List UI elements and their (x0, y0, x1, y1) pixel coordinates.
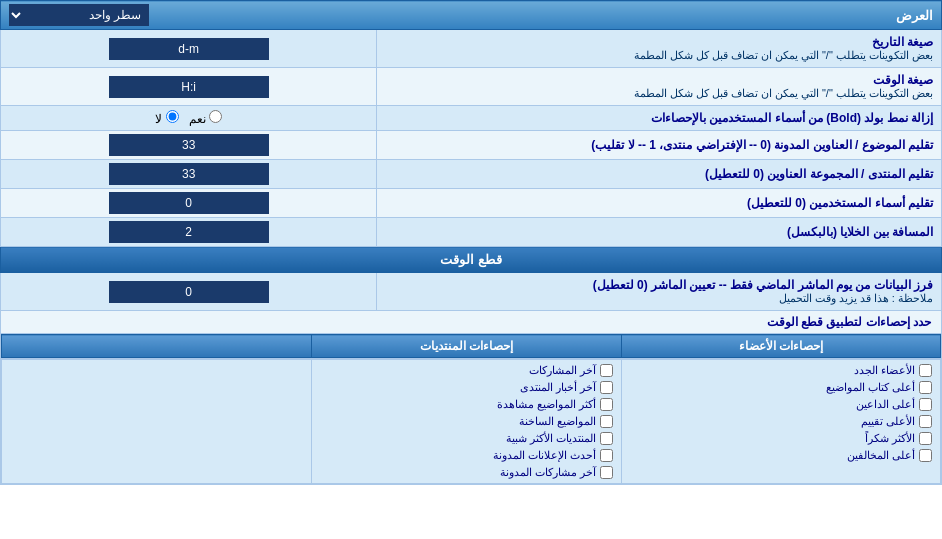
posts-news-label: آخر أخبار المنتدى (520, 381, 596, 394)
bold-no-label: لا (155, 110, 178, 126)
forum-trim-label: تقليم المنتدى / المجموعة العناوين (0 للت… (377, 160, 942, 189)
members-item-top-writers: أعلى كتاب المواضيع (624, 379, 938, 396)
posts-latest-blog-label: أحدث الإعلانات المدونة (493, 449, 596, 462)
display-header-row: العرض سطر واحد سطرين ثلاثة أسطر (1, 1, 942, 30)
cutoff-header-row: قطع الوقت (1, 247, 942, 273)
time-format-input-cell: H:i (1, 68, 377, 106)
members-top-writers-checkbox[interactable] (919, 381, 932, 394)
posts-hot-label: المواضيع الساخنة (519, 415, 596, 428)
posts-stats-header: إحصاءات المنتديات (311, 335, 621, 358)
posts-item-most-viewed: أكثر المواضيع مشاهدة (314, 396, 619, 413)
posts-blog-shares-label: آخر مشاركات المدونة (500, 466, 596, 479)
bold-remove-label: إزالة نمط بولد (Bold) من أسماء المستخدمي… (377, 106, 942, 131)
cutoff-data-input[interactable] (109, 281, 269, 303)
user-trim-input-cell (1, 189, 377, 218)
topic-trim-label: تقليم الموضوع / العناوين المدونة (0 -- ا… (377, 131, 942, 160)
bold-remove-row: إزالة نمط بولد (Bold) من أسماء المستخدمي… (1, 106, 942, 131)
user-trim-label: تقليم أسماء المستخدمين (0 للتعطيل) (377, 189, 942, 218)
posts-item-news: آخر أخبار المنتدى (314, 379, 619, 396)
user-trim-input[interactable] (109, 192, 269, 214)
stats-column-headers-row: إحصاءات الأعضاء إحصاءات المنتديات (1, 334, 942, 359)
topic-trim-input-cell (1, 131, 377, 160)
members-item-new: الأعضاء الجدد (624, 362, 938, 379)
posts-most-viewed-checkbox[interactable] (600, 398, 613, 411)
cell-spacing-label: المسافة بين الخلايا (بالبكسل) (377, 218, 942, 247)
posts-stats-col: آخر المشاركات آخر أخبار المنتدى أكثر الم… (311, 360, 621, 484)
cutoff-data-label: فرز البيانات من يوم الماشر الماضي فقط --… (377, 273, 942, 311)
posts-latest-blog-checkbox[interactable] (600, 449, 613, 462)
members-top-inviters-checkbox[interactable] (919, 398, 932, 411)
members-top-inviters-label: أعلى الداعين (856, 398, 915, 411)
display-dropdown[interactable]: سطر واحد سطرين ثلاثة أسطر (9, 4, 149, 26)
members-new-checkbox[interactable] (919, 364, 932, 377)
forum-trim-input[interactable] (109, 163, 269, 185)
members-item-most-thanks: الأكثر شكراً (624, 430, 938, 447)
members-item-top-rated: الأعلى تقييم (624, 413, 938, 430)
members-top-writers-label: أعلى كتاب المواضيع (826, 381, 915, 394)
time-format-input[interactable]: H:i (109, 76, 269, 98)
members-top-rated-checkbox[interactable] (919, 415, 932, 428)
stats-checkboxes-row: الأعضاء الجدد أعلى كتاب المواضيع أعلى ال… (1, 359, 942, 485)
user-trim-row: تقليم أسماء المستخدمين (0 للتعطيل) (1, 189, 942, 218)
members-stats-header: إحصاءات الأعضاء (621, 335, 940, 358)
posts-item-hot: المواضيع الساخنة (314, 413, 619, 430)
posts-most-viewed-label: أكثر المواضيع مشاهدة (497, 398, 596, 411)
posts-item-blog-shares: آخر مشاركات المدونة (314, 464, 619, 481)
posts-news-checkbox[interactable] (600, 381, 613, 394)
date-format-input-cell: d-m (1, 30, 377, 68)
time-format-row: صيغة الوقت بعض التكوينات يتطلب "/" التي … (1, 68, 942, 106)
time-format-label: صيغة الوقت بعض التكوينات يتطلب "/" التي … (377, 68, 942, 106)
stats-limit-label: حدد إحصاءات لتطبيق قطع الوقت (767, 315, 931, 329)
main-table: العرض سطر واحد سطرين ثلاثة أسطر صيغة الت… (0, 0, 942, 485)
bold-remove-radio-cell: نعم لا (1, 106, 377, 131)
members-stats-col: الأعضاء الجدد أعلى كتاب المواضيع أعلى ال… (621, 360, 940, 484)
posts-hot-checkbox[interactable] (600, 415, 613, 428)
date-format-row: صيغة التاريخ بعض التكوينات يتطلب "/" الت… (1, 30, 942, 68)
posts-most-similar-label: المنتديات الأكثر شبية (506, 432, 596, 445)
members-top-violations-label: أعلى المخالفين (847, 449, 915, 462)
cutoff-section-title: قطع الوقت (440, 252, 502, 267)
members-most-thanks-checkbox[interactable] (919, 432, 932, 445)
bold-yes-label: نعم (189, 110, 222, 126)
cell-spacing-input-cell (1, 218, 377, 247)
date-format-input[interactable]: d-m (109, 38, 269, 60)
posts-latest-checkbox[interactable] (600, 364, 613, 377)
members-new-label: الأعضاء الجدد (854, 364, 915, 377)
display-section-title: العرض (896, 8, 933, 23)
topic-trim-row: تقليم الموضوع / العناوين المدونة (0 -- ا… (1, 131, 942, 160)
bold-yes-radio[interactable] (209, 110, 222, 123)
members-top-rated-label: الأعلى تقييم (861, 415, 915, 428)
members-most-thanks-label: الأكثر شكراً (865, 432, 915, 445)
cutoff-data-row: فرز البيانات من يوم الماشر الماضي فقط --… (1, 273, 942, 311)
forum-trim-row: تقليم المنتدى / المجموعة العناوين (0 للت… (1, 160, 942, 189)
extra-stats-col (2, 360, 312, 484)
posts-item-latest-blog: أحدث الإعلانات المدونة (314, 447, 619, 464)
bold-no-radio[interactable] (166, 110, 179, 123)
date-format-label: صيغة التاريخ بعض التكوينات يتطلب "/" الت… (377, 30, 942, 68)
posts-blog-shares-checkbox[interactable] (600, 466, 613, 479)
extra-stats-header (2, 335, 312, 358)
posts-latest-label: آخر المشاركات (529, 364, 596, 377)
posts-item-most-similar: المنتديات الأكثر شبية (314, 430, 619, 447)
cell-spacing-input[interactable] (109, 221, 269, 243)
members-top-violations-checkbox[interactable] (919, 449, 932, 462)
stats-limit-row: حدد إحصاءات لتطبيق قطع الوقت (1, 311, 942, 334)
cell-spacing-row: المسافة بين الخلايا (بالبكسل) (1, 218, 942, 247)
cutoff-data-input-cell (1, 273, 377, 311)
forum-trim-input-cell (1, 160, 377, 189)
members-item-top-inviters: أعلى الداعين (624, 396, 938, 413)
posts-item-latest: آخر المشاركات (314, 362, 619, 379)
posts-most-similar-checkbox[interactable] (600, 432, 613, 445)
topic-trim-input[interactable] (109, 134, 269, 156)
members-item-top-violations: أعلى المخالفين (624, 447, 938, 464)
